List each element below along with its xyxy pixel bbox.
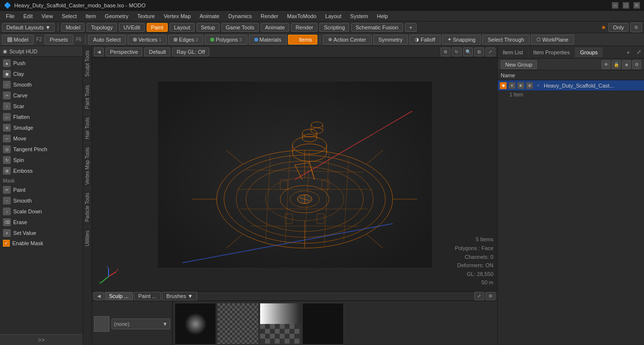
viewport[interactable]: X Y Z 5 Items Polygons : Face Channels: …	[92, 58, 497, 291]
item-vis-2[interactable]: ■	[517, 82, 524, 89]
polygons-button[interactable]: Polygons 3	[205, 35, 247, 45]
item-vis-1[interactable]: ●	[509, 82, 515, 89]
default-layouts-button[interactable]: Default Layouts ▼	[2, 23, 55, 32]
action-center-button[interactable]: ⊕ Action Center	[323, 35, 372, 45]
new-group-button[interactable]: New Group	[501, 60, 537, 69]
tab-paint[interactable]: Paint	[147, 23, 168, 32]
tab-paint-bottom[interactable]: Paint ...	[134, 292, 161, 300]
model-mode-button[interactable]: Model	[2, 35, 34, 45]
menu-render[interactable]: Render	[257, 12, 282, 20]
visibility-icon[interactable]: 👁	[601, 60, 610, 69]
side-tab-hair[interactable]: Hair Tools	[83, 113, 91, 143]
close-button[interactable]: ✕	[633, 2, 640, 9]
side-tab-paint[interactable]: Paint Tools	[83, 81, 91, 113]
mask-tool-set-value[interactable]: # Set Value	[0, 228, 83, 238]
mask-tool-scale-down[interactable]: ↓ Scale Down	[0, 206, 83, 217]
tool-emboss[interactable]: ⊞ Emboss	[0, 165, 83, 176]
viewport-options-icon[interactable]: ⚙	[441, 47, 450, 56]
menu-animate[interactable]: Animate	[196, 12, 223, 20]
tab-layout[interactable]: Layout	[170, 23, 195, 32]
expand-panel-icon[interactable]: ⤢	[634, 47, 644, 57]
item-row-main[interactable]: ◉ ● ■ ◈ + Heavy_Duty_Scaffold_Cast...	[498, 80, 644, 91]
tool-spin[interactable]: ↻ Spin	[0, 155, 83, 165]
render-icon[interactable]: ◈	[622, 60, 631, 69]
tab-uvedit[interactable]: UVEdit	[119, 23, 144, 32]
presets-button[interactable]: Presets	[44, 35, 73, 45]
tab-scripting[interactable]: Scripting	[319, 23, 349, 32]
brush-thumb-1[interactable]	[175, 303, 216, 345]
add-tab-button[interactable]: +	[405, 23, 417, 32]
side-tab-sculpt[interactable]: Sculpt Tools	[83, 46, 91, 81]
brush-thumb-2[interactable]	[217, 303, 259, 345]
tab-render[interactable]: Render	[291, 23, 317, 32]
tab-schematic-fusion[interactable]: Schematic Fusion	[351, 23, 402, 32]
tab-sculpt-bottom[interactable]: Sculp ...	[105, 292, 133, 300]
tool-scar[interactable]: / Scar	[0, 101, 83, 112]
materials-button[interactable]: Materials	[249, 35, 287, 45]
default-shading-button[interactable]: Default	[144, 47, 170, 56]
enable-mask-checkbox[interactable]: ✓	[3, 240, 10, 247]
maximize-button[interactable]: □	[622, 2, 629, 9]
tool-clay[interactable]: ◼ Clay	[0, 69, 83, 79]
menu-dynamics[interactable]: Dynamics	[224, 12, 256, 20]
minimize-button[interactable]: ─	[612, 2, 619, 9]
raygl-button[interactable]: Ray GL: Off	[172, 47, 209, 56]
viewport-expand-icon[interactable]: ⤢	[486, 47, 495, 56]
side-tab-vertex[interactable]: Vertex Map Tools	[83, 143, 91, 189]
menu-vertex-map[interactable]: Vertex Map	[160, 12, 195, 20]
brush-thumb-3[interactable]	[260, 303, 301, 345]
settings-icon[interactable]: ⚙	[630, 23, 642, 32]
menu-geometry[interactable]: Geometry	[101, 12, 132, 20]
menu-select[interactable]: Select	[58, 12, 81, 20]
tool-move[interactable]: ↔ Move	[0, 133, 83, 144]
brush-thumb-4[interactable]	[302, 303, 344, 345]
menu-texture[interactable]: Texture	[133, 12, 159, 20]
edges-button[interactable]: Edges 2	[168, 35, 203, 45]
menu-layout[interactable]: Layout	[321, 12, 345, 20]
menu-system[interactable]: System	[346, 12, 372, 20]
menu-help[interactable]: Help	[373, 12, 392, 20]
rp-tab-groups[interactable]: Groups	[575, 47, 603, 57]
tool-tangent-pinch[interactable]: ◎ Tangent Pinch	[0, 144, 83, 155]
side-tab-utilities[interactable]: Utilities	[83, 226, 91, 250]
select-through-button[interactable]: Select Through	[482, 35, 529, 45]
settings-rp-icon[interactable]: ⚙	[632, 60, 641, 69]
viewport-rotate-icon[interactable]: ↻	[452, 47, 462, 56]
item-vis-3[interactable]: ◈	[526, 82, 533, 89]
expand-button[interactable]: >>	[0, 334, 83, 345]
item-add-icon[interactable]: +	[535, 82, 542, 89]
mask-tool-erase[interactable]: ⌫ Erase	[0, 217, 83, 228]
items-button[interactable]: Items	[288, 35, 317, 45]
side-tab-particle[interactable]: Particle Tools	[83, 188, 91, 226]
snapping-button[interactable]: ✦ Snapping	[442, 35, 481, 45]
falloff-button[interactable]: ◑ Falloff	[409, 35, 441, 45]
mask-tool-smooth[interactable]: ~ Smooth	[0, 195, 83, 206]
menu-item[interactable]: Item	[82, 12, 100, 20]
mask-tool-paint[interactable]: ✏ Paint	[0, 184, 83, 195]
vertices-button[interactable]: Vertices 1	[128, 35, 167, 45]
viewport-back-button[interactable]: ◀	[94, 47, 104, 56]
symmetry-button[interactable]: Symmetry	[373, 35, 408, 45]
lock-icon[interactable]: 🔒	[612, 60, 621, 69]
rp-tab-item-properties[interactable]: Item Properties	[529, 47, 576, 57]
tab-game-tools[interactable]: Game Tools	[222, 23, 259, 32]
tab-animate[interactable]: Animate	[261, 23, 289, 32]
menu-view[interactable]: View	[38, 12, 57, 20]
tab-topology[interactable]: Topology	[87, 23, 117, 32]
only-button[interactable]: Only	[608, 23, 628, 32]
menu-file[interactable]: File	[2, 12, 19, 20]
brush-dropdown[interactable]: (none) ▼	[111, 319, 170, 329]
bottom-expand-icon[interactable]: ⤢	[474, 292, 484, 300]
rp-tab-item-list[interactable]: Item List	[498, 47, 529, 57]
bottom-back-icon[interactable]: ◀	[94, 292, 104, 300]
perspective-button[interactable]: Perspective	[106, 47, 142, 56]
tool-flatten[interactable]: — Flatten	[0, 112, 83, 122]
workplane-button[interactable]: ⬡ WorkPlane	[531, 35, 574, 45]
add-panel-tab[interactable]: +	[623, 47, 634, 57]
tab-setup[interactable]: Setup	[197, 23, 220, 32]
bottom-settings-icon[interactable]: ⚙	[486, 292, 495, 300]
menu-maxtomodo[interactable]: MaxToModo	[283, 12, 320, 20]
tool-carve[interactable]: ✂ Carve	[0, 90, 83, 101]
tool-smooth[interactable]: ~ Smooth	[0, 79, 83, 90]
viewport-layout-icon[interactable]: ⊞	[474, 47, 484, 56]
